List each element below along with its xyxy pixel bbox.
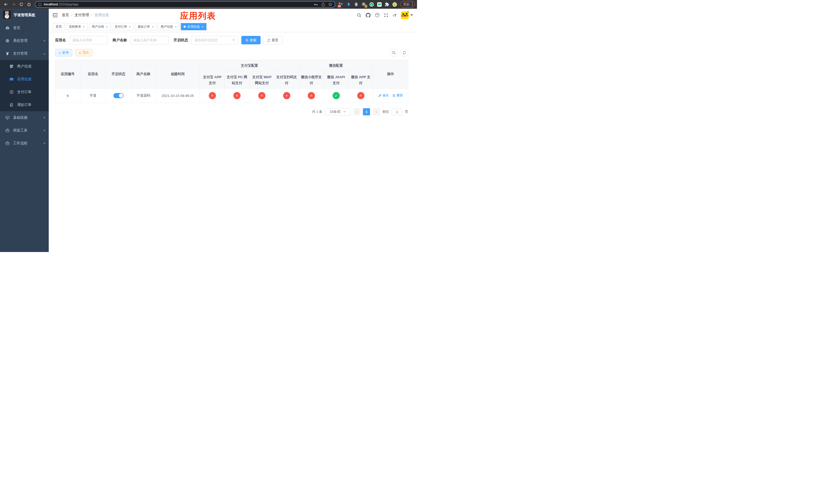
close-tab-icon[interactable]: × [106,25,108,28]
goto-page-input[interactable] [392,109,402,115]
bookmark-star-icon[interactable] [328,2,332,6]
sidebar-item-dev-tools[interactable]: 研发工具▾ [0,124,49,137]
forward-icon [12,2,16,6]
edit-button[interactable]: 修改 [378,93,389,98]
yen-circle-icon: ¥ [9,90,14,94]
status-fail-icon: × [357,92,365,99]
update-label: 更新 [403,2,410,7]
address-bar[interactable]: localhost:1024/pay/app [35,1,335,8]
cell-status [106,89,131,103]
main-area: 首页 / 支付管理 / 应用信息 应用列表 [49,9,417,252]
sidebar-item-merchant-info[interactable]: 商户信息 [0,60,49,73]
merchant-name-input[interactable] [130,36,169,44]
close-tab-icon[interactable]: × [175,25,177,28]
github-icon[interactable] [366,13,371,18]
close-tab-icon[interactable]: × [152,25,154,28]
sidebar-item-label: 退款订单 [17,102,31,107]
tab-pay-order[interactable]: 支付订单× [112,23,134,30]
ext-chat-icon[interactable] [377,2,381,7]
app-name-input[interactable] [69,36,107,44]
user-avatar[interactable] [401,11,413,19]
font-size-icon[interactable]: TT [393,13,396,17]
table-row: 6芋道芋道源码2021-10-23 08:49:25×××××✓×修改删除 [56,89,408,103]
toggle-search-button[interactable] [390,49,398,56]
ext-command-icon[interactable]: ⌘ [354,2,358,7]
search-icon[interactable] [357,13,361,18]
browser-profile-avatar[interactable] [392,2,397,7]
svg-text:¥: ¥ [11,91,12,93]
cell-alipay-wap: × [249,89,275,103]
ext-media-icon[interactable]: 1 [361,2,366,7]
browser-update-button[interactable]: 更新 [400,1,415,8]
sidebar-item-infrastructure[interactable]: 基础设施▾ [0,111,49,124]
sidebar-item-label: 工作流程 [13,141,27,145]
next-page-button[interactable]: › [373,108,380,115]
breadcrumb-separator: / [71,13,72,17]
add-button[interactable]: + 新增 [55,49,72,56]
ext-badge: 1 [365,5,367,8]
browser-home-button[interactable] [26,1,32,8]
app-table: 应用编号 应用名 开启状态 商户名称 创建时间 支付宝配置 微信配置 操作 支付… [55,60,408,103]
breadcrumb-pay-management[interactable]: 支付管理 [74,13,89,18]
ext-badge: 10 [337,5,341,8]
refresh-table-button[interactable] [400,49,408,56]
page-info-icon[interactable] [38,3,42,6]
export-button[interactable]: 导出 [75,49,93,56]
prev-page-button[interactable]: ‹ [353,108,360,115]
breadcrumb-home[interactable]: 首页 [62,13,69,18]
status-select[interactable]: 请选择开启状态 [191,36,238,44]
search-button[interactable]: 搜索 [241,36,261,44]
avatar-image [401,11,409,19]
dashboard-icon [5,26,10,30]
sidebar-item-refund-order[interactable]: 退款订单 [0,98,49,111]
sidebar-item-pay-order[interactable]: ¥支付订单 [0,86,49,98]
chevron-down-icon [232,40,235,41]
close-tab-icon[interactable]: × [129,25,131,28]
close-tab-icon[interactable]: × [202,25,204,28]
tab-user-group[interactable]: 用户分组× [89,23,111,30]
help-icon[interactable] [375,13,379,18]
share-icon[interactable] [321,2,325,6]
edit-label: 修改 [382,93,389,98]
tab-process-form[interactable]: 流程表单× [66,23,88,30]
refresh-icon [267,39,270,42]
sidebar-logo-row[interactable]: 芋道管理系统 [0,9,49,22]
tab-refund-order[interactable]: 退款订单× [135,23,157,30]
ext-kite-icon[interactable] [346,2,351,7]
browser-menu-icon[interactable] [411,2,413,7]
tab-app-info[interactable]: 应用信息× [181,23,206,30]
ext-sidepanel-icon[interactable]: 10 [338,2,343,7]
reset-button[interactable]: 重置 [263,36,282,44]
sidebar-toggle-button[interactable] [53,13,58,18]
tab-merchant-info[interactable]: 商户信息× [158,23,179,30]
status-label: 开启状态 [174,38,188,43]
filter-form: 应用名 商户名称 开启状态 请选择开启状态 搜索 重置 [55,36,408,44]
close-tab-icon[interactable]: × [83,25,85,28]
page-size-select[interactable]: 10条/页 [325,108,351,115]
chevron-down-icon: ▾ [44,142,45,144]
sidebar-item-app-info[interactable]: 应用信息 [0,73,49,86]
password-key-icon[interactable] [314,2,318,7]
sidebar-item-system[interactable]: 系统管理▾ [0,35,49,47]
browser-forward-button[interactable] [10,1,17,8]
fullscreen-icon[interactable] [384,13,388,18]
download-icon [79,51,81,54]
cell-wechat-app: × [349,89,373,103]
tab-home[interactable]: 首页 [53,23,65,30]
sidebar-item-payment[interactable]: ¥支付管理▴ [0,47,49,60]
col-app-name: 应用名 [80,60,106,89]
cell-wechat-lite: × [299,89,324,103]
grid-icon [9,77,14,81]
browser-back-button[interactable] [3,1,9,8]
col-group-wechat: 微信配置 [299,60,373,72]
url-text: localhost:1024/pay/app [44,3,311,6]
cell-wechat-jsapi: ✓ [324,89,349,103]
browser-reload-button[interactable] [18,1,25,8]
delete-button[interactable]: 删除 [392,93,403,98]
sidebar-item-workflow[interactable]: 工作流程▾ [0,137,49,150]
extensions-puzzle-icon[interactable] [385,2,389,7]
enable-toggle[interactable] [113,93,124,98]
page-1-button[interactable]: 1 [363,108,370,115]
ext-y-icon[interactable]: y [369,2,374,7]
sidebar-item-home[interactable]: 首页 [0,22,49,35]
